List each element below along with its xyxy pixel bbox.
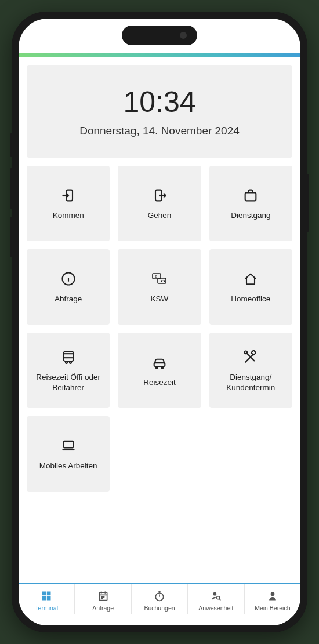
svg-line-37 [220,599,221,600]
svg-point-29 [103,596,104,598]
svg-rect-14 [154,363,165,366]
screen: 10:34 Donnerstag, 14. November 2024 Komm… [19,19,300,625]
svg-rect-19 [63,441,72,448]
calendar-icon [97,590,110,602]
tile-label: Kommen [53,210,84,221]
svg-point-28 [101,596,102,598]
person-search-icon [209,590,222,602]
nav-mein-bereich[interactable]: Mein Bereich [245,584,300,614]
logout-icon [150,186,169,205]
person-icon [266,590,279,602]
tile-ksw[interactable]: € KSW [118,249,201,325]
tile-homeoffice[interactable]: Homeoffice [209,249,292,325]
nav-buchungen[interactable]: Buchungen [132,584,188,614]
svg-point-35 [213,592,217,596]
tile-reisezeit[interactable]: Reisezeit [118,333,201,408]
laptop-icon [59,436,78,455]
nav-anwesenheit[interactable]: Anwesenheit [188,584,244,614]
grid-icon [40,590,53,602]
svg-rect-21 [47,592,51,596]
svg-point-30 [101,598,102,599]
tile-label: Reisezeit [143,377,176,388]
tile-label: Dienstgang [231,210,270,221]
bus-icon [59,348,78,366]
home-icon [241,270,260,288]
bottom-nav: Terminal Anträge Buchungen Anwesenheit [19,583,300,625]
svg-rect-17 [251,351,256,355]
svg-point-16 [161,367,163,369]
tile-label: Gehen [148,210,172,221]
stopwatch-icon [153,590,166,602]
nav-antraege[interactable]: Anträge [75,584,131,614]
svg-text:€: € [155,275,157,278]
tile-label: Mobiles Arbeiten [39,461,97,471]
tile-label: Homeoffice [231,294,270,304]
svg-point-15 [156,367,158,369]
tile-label: Dienstgang/ Kundentermin [215,372,287,392]
tile-mobiles-arbeiten[interactable]: Mobiles Arbeiten [27,416,110,492]
nav-label: Buchungen [144,605,175,612]
svg-point-13 [70,362,71,363]
svg-rect-2 [245,193,256,201]
car-icon [150,353,169,372]
tile-label: KSW [151,294,169,304]
svg-point-18 [245,351,248,354]
main-content: 10:34 Donnerstag, 14. November 2024 Komm… [19,57,300,583]
tools-icon [241,348,260,366]
tile-dienstgang[interactable]: Dienstgang [209,166,292,241]
clock-card: 10:34 Donnerstag, 14. November 2024 [27,65,292,158]
tile-label: Reisezeit Öffi oder Beifahrer [32,372,104,392]
svg-rect-22 [42,596,46,601]
tile-reise-oeffi[interactable]: Reisezeit Öffi oder Beifahrer [27,333,110,408]
nav-label: Mein Bereich [255,605,290,612]
tile-kommen[interactable]: Kommen [27,166,110,241]
briefcase-icon [241,186,260,205]
svg-point-12 [66,362,67,363]
info-icon [59,270,78,288]
svg-rect-23 [47,596,51,601]
svg-point-38 [270,592,274,596]
nav-label: Terminal [35,605,58,612]
svg-point-31 [155,593,163,601]
tile-label: Abfrage [55,294,82,304]
notch [122,26,197,45]
clock-date: Donnerstag, 14. November 2024 [38,125,281,137]
clock-time: 10:34 [38,85,281,119]
phone-frame: 10:34 Donnerstag, 14. November 2024 Komm… [12,12,307,632]
tile-dienstgang-kunde[interactable]: Dienstgang/ Kundentermin [209,333,292,408]
svg-rect-20 [42,592,46,596]
svg-point-36 [217,596,220,599]
money-sync-icon: € [150,270,169,288]
tile-gehen[interactable]: Gehen [118,166,201,241]
login-icon [59,186,78,205]
nav-label: Anträge [92,605,114,612]
tile-grid: Kommen Gehen Dienstgang [27,166,292,492]
nav-terminal[interactable]: Terminal [19,584,75,614]
tile-abfrage[interactable]: Abfrage [27,249,110,325]
nav-label: Anwesenheit [198,605,233,612]
